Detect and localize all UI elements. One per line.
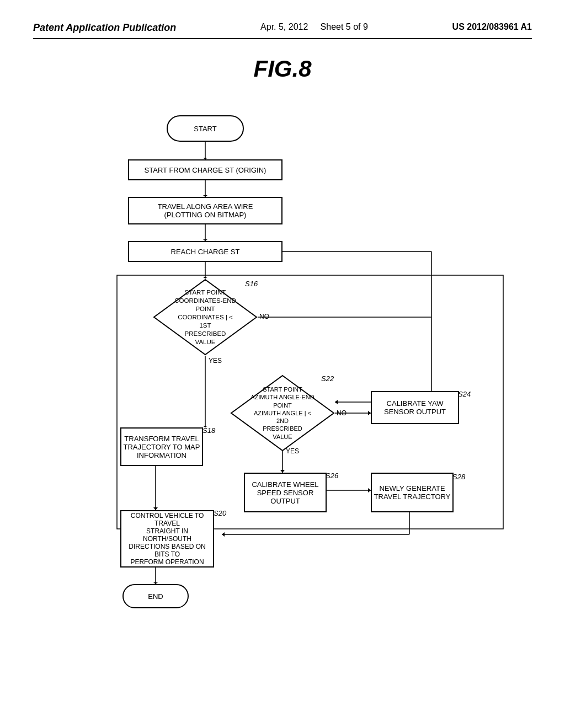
end-node: END	[122, 584, 189, 608]
s24-node: CALIBRATE YAW SENSOR OUTPUT	[371, 391, 459, 424]
s20-step-label: S20	[214, 509, 226, 517]
page: Patent Application Publication Apr. 5, 2…	[0, 0, 565, 728]
s22-no-label: NO	[337, 409, 347, 417]
s20-node: CONTROL VEHICLE TO TRAVEL STRAIGHT IN NO…	[120, 510, 214, 568]
s16-yes-label: YES	[209, 357, 222, 365]
svg-marker-20	[222, 532, 225, 537]
s22-diamond: START POINT AZIMUTH ANGLE-END POINT AZIM…	[230, 374, 335, 452]
s22-step-label: S22	[321, 374, 334, 383]
s12-node: TRAVEL ALONG AREA WIRE (PLOTTING ON BITM…	[128, 197, 282, 224]
flowchart: START S10 START FROM CHARGE ST (ORIGIN) …	[45, 104, 520, 656]
s28-step-label: S28	[452, 473, 465, 481]
header-date: Apr. 5, 2012	[260, 22, 308, 31]
s18-step-label: S18	[202, 426, 215, 435]
s18-node: TRANSFORM TRAVEL TRAJECTORY TO MAP INFOR…	[120, 427, 203, 466]
s16-no-label: NO	[259, 313, 269, 320]
header-center: Apr. 5, 2012 Sheet 5 of 9	[260, 22, 368, 32]
s26-node: CALIBRATE WHEEL SPEED SENSOR OUTPUT	[244, 473, 327, 512]
header: Patent Application Publication Apr. 5, 2…	[33, 22, 532, 39]
s10-node: START FROM CHARGE ST (ORIGIN)	[128, 159, 282, 180]
svg-marker-8	[335, 400, 338, 404]
start-node: START	[167, 115, 244, 142]
header-left: Patent Application Publication	[33, 22, 176, 34]
fig-title: FIG.8	[33, 56, 532, 82]
s26-step-label: S26	[326, 472, 338, 480]
s28-node: NEWLY GENERATE TRAVEL TRAJECTORY	[371, 473, 454, 512]
s24-step-label: S24	[458, 390, 471, 398]
s16-diamond: START POINT COORDINATES-END POINT COORDI…	[153, 279, 258, 356]
header-right: US 2012/083961 A1	[452, 22, 532, 32]
s22-yes-label: YES	[286, 447, 299, 455]
s14-node: REACH CHARGE ST	[128, 241, 282, 262]
header-sheet: Sheet 5 of 9	[321, 22, 368, 31]
s16-step-label: S16	[245, 280, 258, 288]
